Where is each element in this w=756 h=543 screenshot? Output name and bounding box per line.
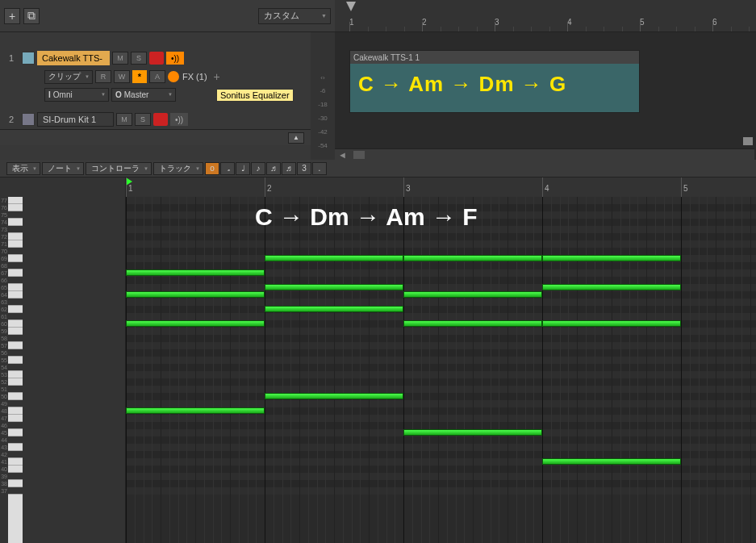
meter-scale: ‹› -6 -18 -30 -42 -54 <box>311 32 335 160</box>
view-menu[interactable]: 表示 <box>6 162 40 175</box>
add-button[interactable]: + <box>4 8 20 24</box>
track-panel-footer: ▲ <box>0 129 311 145</box>
write-button[interactable]: W <box>114 70 130 83</box>
clip-mode-dropdown[interactable]: クリップ <box>44 70 93 84</box>
track-row[interactable]: 1 Cakewalk TTS- M S •)) <box>0 48 311 68</box>
input-echo-button[interactable]: •)) <box>166 52 184 65</box>
piano-keys[interactable] <box>8 197 23 543</box>
midi-clip[interactable]: Cakewalk TTS-1 1 C → Am → Dm → G <box>349 50 640 113</box>
tooltip: Sonitus Equalizer <box>216 89 294 102</box>
sixteenth-note-button[interactable]: ♬ <box>266 162 281 175</box>
input-dropdown[interactable]: IOmni <box>44 88 109 102</box>
clip-overlay-text: C → Am → Dm → G <box>358 72 566 97</box>
input-echo-button[interactable]: •)) <box>170 113 188 126</box>
pr-left-gap <box>23 197 126 543</box>
pianoroll-ruler[interactable]: 12345 <box>0 178 756 197</box>
half-note-button[interactable]: 𝅗 <box>220 162 235 175</box>
midi-note[interactable] <box>542 458 681 465</box>
bar-number: 5 <box>683 184 688 193</box>
track-number: 1 <box>3 53 19 63</box>
fx-label[interactable]: FX (1) <box>182 72 207 81</box>
track-menu[interactable]: トラック <box>153 162 203 175</box>
bar-number: 1 <box>128 184 133 193</box>
midi-note[interactable] <box>265 255 403 261</box>
pianoroll-toolbar: 表示 ノート コントローラ トラック o 𝅗 ♩ ♪ ♬ ♬ 3 . <box>0 160 756 178</box>
fx-power-icon[interactable] <box>168 71 179 82</box>
midi-note[interactable] <box>542 284 681 290</box>
chord-overlay-text: C → Dm → Am → F <box>255 203 478 231</box>
preset-dropdown[interactable]: カスタム <box>258 8 331 24</box>
freeze-button[interactable]: * <box>132 70 147 83</box>
eighth-note-button[interactable]: ♪ <box>251 162 265 175</box>
track-name-field[interactable]: SI-Drum Kit 1 <box>37 112 114 127</box>
arrangement-view: 123456 Cakewalk TTS-1 1 C → Am → Dm → G … <box>335 0 756 160</box>
solo-button[interactable]: S <box>135 113 151 126</box>
clip-lane[interactable]: Cakewalk TTS-1 1 C → Am → Dm → G <box>335 32 756 160</box>
note-grid[interactable]: C → Dm → Am → F <box>126 197 756 543</box>
track-row[interactable]: 2 SI-Drum Kit 1 M S •)) <box>0 110 311 129</box>
record-arm-button[interactable] <box>153 113 168 126</box>
duplicate-button[interactable]: ⧉ <box>23 8 40 24</box>
read-button[interactable]: R <box>95 70 111 83</box>
track-list: 1 Cakewalk TTS- M S •)) クリップ R W * A <box>0 32 311 129</box>
output-dropdown[interactable]: OMaster <box>111 88 176 102</box>
midi-icon <box>22 52 35 65</box>
midi-note[interactable] <box>403 291 542 298</box>
midi-note[interactable] <box>265 284 403 290</box>
dotted-button[interactable]: . <box>312 162 327 175</box>
clip-header: Cakewalk TTS-1 1 <box>350 51 639 64</box>
quarter-note-button[interactable]: ♩ <box>236 162 250 175</box>
scrollbar-thumb[interactable] <box>353 151 365 159</box>
midi-icon <box>22 113 35 126</box>
midi-note[interactable] <box>126 407 265 414</box>
midi-note[interactable] <box>126 320 265 327</box>
clip-menu-icon[interactable] <box>743 137 753 145</box>
midi-note[interactable] <box>403 429 542 436</box>
playhead-marker[interactable] <box>346 2 356 11</box>
top-toolbar: + ⧉ カスタム <box>0 0 335 32</box>
triplet-button[interactable]: 3 <box>297 162 311 175</box>
solo-button[interactable]: S <box>131 52 147 65</box>
fx-rack: FX (1) + <box>168 70 223 83</box>
midi-note[interactable] <box>126 269 265 276</box>
whole-note-button[interactable]: o <box>205 162 219 175</box>
horizontal-scrollbar[interactable]: ◄ <box>335 148 754 160</box>
collapse-up-button[interactable]: ▲ <box>288 132 304 144</box>
midi-note[interactable] <box>265 306 403 312</box>
midi-note[interactable] <box>403 320 542 327</box>
bar-number: 2 <box>267 184 272 193</box>
track-subrow: クリップ R W * A FX (1) + <box>0 68 311 86</box>
controller-menu[interactable]: コントローラ <box>86 162 152 175</box>
note-value-buttons: o 𝅗 ♩ ♪ ♬ ♬ 3 . <box>205 162 327 175</box>
record-arm-button[interactable] <box>149 52 164 65</box>
midi-note[interactable] <box>126 291 265 298</box>
expand-handle[interactable]: ‹› <box>320 74 324 84</box>
key-numbers: 7776757473727170696867666564636261605958… <box>0 197 8 543</box>
track-name-field[interactable]: Cakewalk TTS- <box>37 51 110 65</box>
bar-number: 3 <box>406 184 411 193</box>
bar-number: 4 <box>545 184 549 193</box>
fx-add-button[interactable]: + <box>211 70 223 83</box>
timeline-ruler[interactable]: 123456 <box>335 0 756 32</box>
automation-button[interactable]: A <box>149 70 165 83</box>
mute-button[interactable]: M <box>112 52 128 65</box>
note-menu[interactable]: ノート <box>42 162 84 175</box>
track-number: 2 <box>3 115 19 124</box>
midi-note[interactable] <box>542 320 681 327</box>
thirtysecond-note-button[interactable]: ♬ <box>282 162 296 175</box>
mute-button[interactable]: M <box>116 113 132 126</box>
midi-note[interactable] <box>542 255 681 261</box>
midi-note[interactable] <box>265 393 403 399</box>
midi-note[interactable] <box>403 255 542 261</box>
